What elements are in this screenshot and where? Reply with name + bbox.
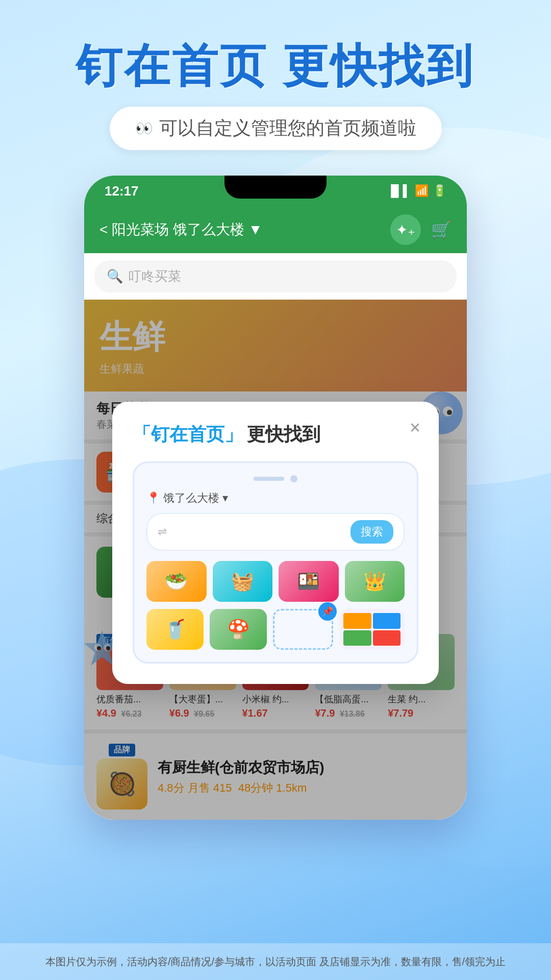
header-section: 钉在首页 更快找到 👀 可以自定义管理您的首页频道啦: [0, 0, 551, 150]
battery-icon: 🔋: [433, 184, 446, 198]
phone-search-bar[interactable]: 🔍 叮咚买菜: [94, 260, 457, 292]
nav-right: ✦₊ 🛒: [390, 214, 452, 245]
cart-icon[interactable]: 🛒: [431, 220, 452, 239]
mini-icon-salad: 🥗: [146, 561, 207, 602]
mini-icon-crown: 👑: [345, 561, 405, 602]
mini-location: 📍 饿了么大楼 ▾: [146, 491, 405, 506]
mini-search-bar[interactable]: ⇌ 搜索: [146, 513, 405, 551]
mini-icon-mosaic: [339, 609, 405, 650]
disclaimer: 本图片仅为示例，活动内容/商品情况/参与城市，以活动页面 及店铺显示为准，数量有…: [0, 943, 551, 980]
status-bar: 12:17 ▐▌▌ 📶 🔋: [84, 176, 467, 206]
wifi-icon: 📶: [415, 184, 429, 198]
popup-dialog: 「钉在首页」 更快找到 × 📍 饿了么: [112, 402, 439, 684]
popup-title: 「钉在首页」 更快找到: [133, 422, 418, 447]
signal-icon: ▐▌▌: [387, 184, 411, 198]
subtitle-pill: 👀 可以自定义管理您的首页频道啦: [110, 107, 442, 150]
mosaic-cell-3: [343, 630, 371, 646]
mini-phone: 📍 饿了么大楼 ▾ ⇌ 搜索 🥗 🧺: [133, 461, 418, 664]
mini-search-icon: ⇌: [158, 525, 167, 538]
phone-content: 生鲜 生鲜果蔬 每日菜谱 春菜解春馋 🏪 附近商家 › 综合排序 ▼: [84, 300, 467, 820]
popup-overlay: 「钉在首页」 更快找到 × 📍 饿了么: [84, 300, 467, 820]
mini-icons-row-2: 🥤 🍄 📌: [146, 609, 405, 650]
mini-icon-bento: 🍱: [279, 561, 339, 602]
add-star-icon: ✦₊: [396, 222, 415, 238]
eyes-icon: 👀: [135, 120, 153, 137]
mini-icon-mushroom: 🍄: [210, 609, 267, 650]
location-pin-icon: 📍: [146, 492, 160, 505]
popup-title-rest: 更快找到: [247, 422, 320, 447]
subtitle-text: 可以自定义管理您的首页频道啦: [159, 116, 416, 141]
status-icons: ▐▌▌ 📶 🔋: [387, 184, 446, 198]
popup-title-accent: 「钉在首页」: [133, 422, 243, 447]
mini-search-button[interactable]: 搜索: [350, 520, 393, 544]
phone-container: 12:17 ▐▌▌ 📶 🔋 < 阳光菜场 饿了么大楼 ▼ ✦₊ 🛒 🔍 叮咚买菜: [71, 176, 480, 820]
search-placeholder: 叮咚买菜: [128, 267, 181, 285]
status-time: 12:17: [105, 183, 139, 199]
add-channel-button[interactable]: ✦₊: [390, 214, 421, 245]
mini-notch-dot: [290, 475, 297, 482]
nav-location: < 阳光菜场 饿了么大楼 ▼: [99, 220, 262, 239]
notch: [224, 176, 327, 199]
main-title: 钉在首页 更快找到: [0, 41, 551, 91]
mini-notch-bar: [146, 475, 405, 482]
search-icon: 🔍: [107, 268, 123, 284]
mosaic-cell-4: [373, 630, 401, 646]
mini-dashed-pinned-slot[interactable]: 📌: [273, 609, 333, 650]
mini-icons-row-1: 🥗 🧺 🍱 👑: [146, 561, 405, 602]
dropdown-icon: ▾: [222, 492, 228, 505]
pin-badge: 📌: [318, 602, 337, 621]
popup-close-button[interactable]: ×: [410, 417, 420, 438]
mini-icon-basket: 🧺: [213, 561, 273, 602]
phone-mockup: 12:17 ▐▌▌ 📶 🔋 < 阳光菜场 饿了么大楼 ▼ ✦₊ 🛒 🔍 叮咚买菜: [84, 176, 467, 820]
mosaic-cell-1: [343, 613, 371, 629]
disclaimer-text: 本图片仅为示例，活动内容/商品情况/参与城市，以活动页面 及店铺显示为准，数量有…: [45, 956, 506, 967]
mosaic-cell-2: [373, 613, 401, 629]
phone-nav: < 阳光菜场 饿了么大楼 ▼ ✦₊ 🛒: [84, 206, 467, 253]
mini-icon-drink: 🥤: [146, 609, 204, 650]
mini-location-text: 饿了么大楼: [163, 491, 219, 506]
mini-notch-pill: [254, 477, 284, 481]
